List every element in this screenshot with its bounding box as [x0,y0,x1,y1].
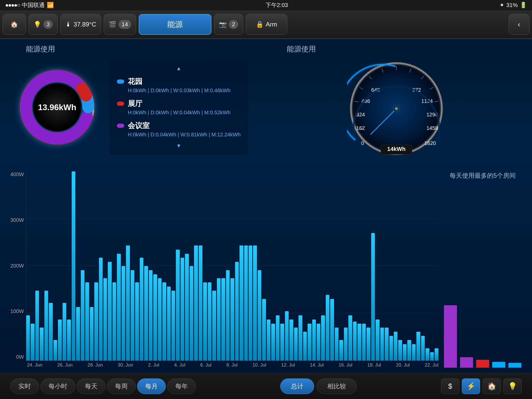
bar-40 [208,282,211,361]
bar-49 [249,245,252,361]
left-gauge-content: 13.96kWh ▲ 花园 H:0kWh | D:0kWh | W:0.03kW… [10,59,261,155]
tab-compare[interactable]: 相比较 [317,378,357,394]
lights-button[interactable]: 💡 3 [29,14,58,35]
bar-89 [430,352,434,361]
tab-hourly[interactable]: 每小时 [41,378,75,394]
back-button[interactable]: ‹ [509,14,529,35]
legend-name-0: 花园 [128,77,142,87]
bar-66 [326,295,329,361]
legend-dot-2 [117,124,124,128]
room-bar-group-0 [444,305,457,368]
svg-text:1458: 1458 [427,125,438,131]
bar-60 [298,315,302,361]
bar-39 [203,282,207,361]
light-icon: 💡 [34,21,41,28]
arm-icon: 🔒 [256,21,264,28]
scene-count: 14 [118,20,131,29]
status-left: ●●●●○ 中国联通 📶 [5,1,54,9]
legend-values-1: H:0kWh | D:0kWh | W:0.04kWh | M:0.52kWh [117,110,241,116]
y-label-0: 0W [16,354,24,360]
bar-59 [294,328,298,361]
home-button[interactable]: 🏠 [3,14,26,35]
bar-70 [344,328,348,361]
legend-name-2: 会议室 [128,121,150,131]
legend-values-0: H:0kWh | D:0kWh | W:0.03kWh | M:0.46kWh [117,88,241,94]
bar-27 [149,270,152,361]
tab-yearly[interactable]: 每年 [167,378,196,394]
bar-65 [321,315,325,361]
bar-61 [303,332,307,361]
legend-scroll-up[interactable]: ▲ [117,65,241,71]
bar-81 [394,332,397,361]
tab-weekly[interactable]: 每周 [107,378,136,394]
bar-0 [26,315,30,361]
status-right: ✦ 31% 🔋 [500,2,527,9]
energy-button[interactable]: 能源 [139,14,211,35]
x-label-4: 2. Jul [148,362,159,368]
camera-count: 2 [229,20,238,29]
summary-tabs: 总计 相比较 [280,378,357,394]
arm-label: Arm [266,21,277,28]
bar-36 [190,266,193,361]
home-icon-btn[interactable]: 🏠 [483,378,501,394]
scene-button[interactable]: 🎬 14 [104,14,136,35]
nav-right: ‹ [509,14,529,35]
dollar-icon-btn[interactable]: $ [441,378,459,394]
legend-scroll-down[interactable]: ▼ [117,143,241,149]
tab-monthly[interactable]: 每月 [137,378,166,394]
bulb-icon-btn[interactable]: 💡 [503,378,522,394]
room-bar-group-1 [460,357,473,368]
x-label-11: 16. Jul [338,362,352,368]
bar-85 [412,344,416,361]
top-rooms-section: 每天使用最多的5个房间 [444,171,522,368]
legend-item-1: 展厅 H:0kWh | D:0kWh | W:0.04kWh | M:0.52k… [117,99,241,116]
y-label-200: 200W [10,263,24,269]
temp-icon: 🌡 [65,21,71,28]
legend-dot-0 [117,79,124,84]
bar-22 [126,245,130,361]
bar-84 [407,340,411,361]
arm-button[interactable]: 🔒 Arm [246,14,287,35]
bar-54 [271,324,275,361]
bar-62 [308,324,311,361]
temp-value: 37.89°C [74,21,96,28]
bar-30 [162,282,166,361]
bar-45 [230,278,234,361]
bar-11 [76,307,80,361]
camera-button[interactable]: 📷 2 [214,14,243,35]
room-bar-4 [508,363,521,368]
chart-inner: 24. Jun 26. Jun 28. Jun 30. Jun 2. Jul 4… [26,171,438,368]
bar-46 [235,262,239,361]
lightning-icon-btn[interactable]: ⚡ [462,378,480,394]
top-rooms-title: 每天使用最多的5个房间 [444,171,522,180]
temperature-button[interactable]: 🌡 37.89°C [60,14,101,35]
bar-47 [240,245,243,361]
bar-15 [94,282,98,361]
bar-78 [380,328,384,361]
right-gauge-title: 能源使用 [271,44,316,54]
room-bar-3 [492,362,505,368]
donut-center-value: 13.96kWh [38,102,76,112]
x-label-14: 22. Jul [425,362,438,368]
bar-77 [376,320,379,361]
scene-icon: 🎬 [109,21,116,28]
bar-43 [221,278,225,361]
tab-daily[interactable]: 每天 [77,378,105,394]
x-label-5: 4. Jul [174,362,185,368]
legend-values-2: H:0kWh | D:0.04kWh | W:0.81kWh | M:12.24… [117,132,241,138]
bar-28 [153,274,157,361]
home-icon: 🏠 [10,21,18,28]
bar-67 [330,299,334,361]
left-gauge-section: 能源使用 [10,44,261,169]
room-bar-group-3 [492,362,506,368]
chart-area: 400W 300W 200W 100W 0W 24. [10,169,522,368]
bar-80 [389,336,393,361]
bar-12 [81,270,84,361]
tab-total[interactable]: 总计 [280,378,314,394]
bar-17 [103,278,107,361]
bar-35 [185,254,189,361]
bar-33 [176,250,179,361]
tab-realtime[interactable]: 实时 [10,378,39,394]
chevron-left-icon: ‹ [518,20,520,29]
bar-8 [63,303,66,361]
